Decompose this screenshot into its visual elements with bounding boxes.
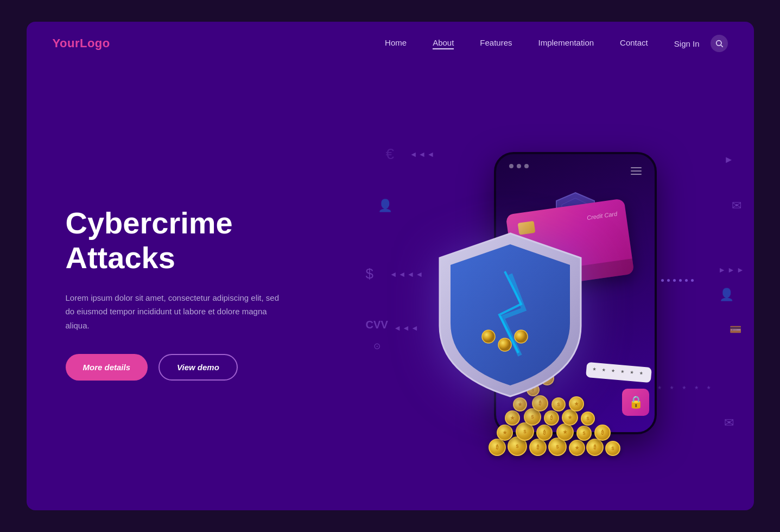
- arrow-symbols-2: ◄◄◄◄: [390, 270, 424, 278]
- coin-16: ₿: [544, 410, 559, 426]
- coin-13: ₿: [594, 425, 611, 441]
- card-right: 💳: [730, 324, 741, 335]
- hero-description: Lorem ipsum dolor sit amet, consectetur …: [66, 291, 283, 333]
- header: YourLogo Home About Features Implementat…: [27, 22, 754, 65]
- coin-12: $: [576, 426, 592, 441]
- lock-badge: 🔒: [622, 389, 649, 416]
- phone-dot-3: [524, 164, 529, 168]
- arrow-symbols-1: ◄◄◄: [410, 150, 436, 159]
- view-demo-button[interactable]: View demo: [158, 354, 238, 381]
- euro-symbol: €: [385, 145, 394, 163]
- nav: Home About Features Implementation Conta…: [385, 38, 648, 49]
- arrow-right-1: ►: [724, 154, 734, 166]
- coin-6: ₿: [586, 439, 604, 456]
- circle-symbol: ⊙: [373, 341, 381, 351]
- nav-features[interactable]: Features: [480, 38, 512, 49]
- person-right: 👤: [719, 288, 734, 302]
- more-details-button[interactable]: More details: [66, 354, 148, 381]
- phone-dot-2: [517, 164, 521, 168]
- phone-dot-1: [509, 164, 513, 168]
- search-icon: [715, 39, 724, 48]
- email-icon-right: ✉: [732, 199, 741, 213]
- coin-11: ★: [556, 423, 574, 441]
- coin-7: $: [605, 441, 620, 456]
- btn-group: More details View demo: [66, 354, 328, 381]
- menu-line-1: [631, 167, 642, 168]
- arrow-symbols-3: ◄◄◄: [394, 324, 420, 332]
- nav-about[interactable]: About: [433, 38, 454, 49]
- coin-1: ₿: [489, 439, 506, 456]
- menu-line-3: [631, 174, 642, 175]
- right-section: € ◄◄◄ 👤 $ ◄◄◄◄ CVV ◄◄◄ ⊙ ► ✉: [354, 65, 754, 510]
- coin-17: ★: [562, 409, 578, 426]
- nav-home[interactable]: Home: [385, 38, 407, 49]
- phone-container: 🔒 25 72 Credit Card: [467, 152, 641, 445]
- logo: YourLogo: [53, 36, 110, 50]
- coin-3: ₿: [529, 439, 547, 456]
- left-section: Cybercrime Attacks Lorem ipsum dolor sit…: [27, 65, 354, 510]
- hero-title: Cybercrime Attacks: [66, 206, 328, 276]
- email-bottom-right: ✉: [724, 416, 734, 430]
- header-right: Sign In: [674, 35, 728, 52]
- coin-5: ★: [569, 440, 585, 456]
- phone-menu: [631, 167, 642, 175]
- dots-trail-2: [661, 279, 694, 282]
- nav-contact[interactable]: Contact: [620, 38, 648, 49]
- card-label: Credit Card: [586, 210, 617, 221]
- dollar-symbol: $: [366, 265, 373, 282]
- main-content: Cybercrime Attacks Lorem ipsum dolor sit…: [27, 65, 754, 510]
- cvv-symbol: CVV: [366, 319, 388, 331]
- main-shield: [434, 228, 586, 402]
- coin-8: ★: [497, 425, 513, 441]
- svg-line-1: [721, 45, 723, 47]
- nav-implementation[interactable]: Implementation: [538, 38, 594, 49]
- shield-wrapper: [434, 228, 586, 404]
- svg-point-4: [515, 330, 528, 343]
- sign-in-button[interactable]: Sign In: [674, 39, 700, 48]
- search-button[interactable]: [711, 35, 728, 52]
- svg-point-3: [498, 338, 511, 351]
- page-wrapper: YourLogo Home About Features Implementat…: [27, 22, 754, 510]
- coin-18: $: [581, 411, 595, 426]
- person-symbol: 👤: [378, 199, 392, 213]
- arrows-right-2: ►►►: [718, 265, 746, 274]
- menu-line-2: [631, 170, 642, 172]
- coin-14: ★: [505, 410, 520, 426]
- coin-10: ₿: [536, 425, 553, 441]
- svg-point-0: [716, 41, 721, 46]
- svg-point-2: [482, 330, 495, 343]
